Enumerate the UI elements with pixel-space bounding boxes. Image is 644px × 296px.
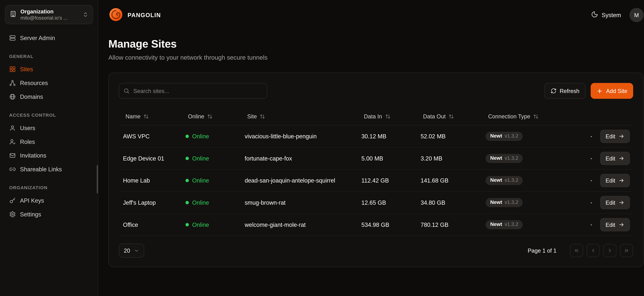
- connection-type-badge: Newt v1.3.2: [486, 198, 523, 207]
- table-row: Edge Device 01 Online fortunate-cape-fox…: [119, 148, 633, 170]
- sidebar-item-api-keys[interactable]: API Keys: [5, 194, 93, 207]
- sidebar-item-label: Roles: [20, 138, 35, 145]
- table-row: AWS VPC Online vivacious-little-blue-pen…: [119, 126, 633, 148]
- prev-page-button[interactable]: [586, 244, 600, 257]
- chevron-down-icon: [134, 248, 139, 253]
- sites-card: Refresh Add Site Name Online: [108, 72, 644, 267]
- page-size-select[interactable]: 20: [119, 244, 144, 258]
- sidebar-item-settings[interactable]: Settings: [5, 207, 93, 221]
- avatar[interactable]: M: [630, 8, 644, 22]
- sidebar-item-shareable-links[interactable]: Shareable Links: [5, 162, 93, 176]
- sort-icon: [385, 114, 390, 119]
- row-edit-button[interactable]: Edit: [600, 218, 630, 232]
- brand[interactable]: PANGOLIN: [108, 7, 161, 23]
- sidebar-item-label: Shareable Links: [20, 166, 62, 172]
- edit-label: Edit: [606, 200, 615, 206]
- nav-section-label-access-control: ACCESS CONTROL: [9, 112, 89, 118]
- row-more-button[interactable]: [591, 153, 594, 164]
- sidebar-item-sites[interactable]: Sites: [5, 62, 93, 76]
- column-header-data-out[interactable]: Data Out: [416, 113, 482, 120]
- status-label: Online: [192, 221, 209, 228]
- connection-type-cell: Newt v1.3.2: [482, 154, 591, 163]
- site-name-cell: Jeff's Laptop: [119, 199, 181, 206]
- sidebar-item-roles[interactable]: Roles: [5, 134, 93, 148]
- sidebar-item-label: Resources: [20, 80, 48, 86]
- online-dot: [186, 179, 189, 182]
- row-more-button[interactable]: [591, 175, 594, 186]
- connection-type-cell: Newt v1.3.2: [482, 176, 591, 185]
- sidebar-item-resources[interactable]: Resources: [5, 76, 93, 90]
- edit-label: Edit: [606, 222, 615, 228]
- row-actions-cell: Edit: [591, 130, 633, 143]
- pangolin-logo: [108, 7, 124, 23]
- row-edit-button[interactable]: Edit: [600, 152, 630, 165]
- theme-toggle-button[interactable]: System: [591, 11, 621, 19]
- next-page-button[interactable]: [603, 244, 616, 257]
- last-page-button[interactable]: [620, 244, 633, 257]
- connection-type-name: Newt: [490, 222, 502, 228]
- sidebar-item-server-admin[interactable]: Server Admin: [5, 31, 93, 44]
- connection-type-badge: Newt v1.3.2: [486, 176, 523, 185]
- online-dot: [186, 201, 189, 204]
- table-body: AWS VPC Online vivacious-little-blue-pen…: [119, 126, 633, 236]
- nav-section-label-general: GENERAL: [9, 54, 89, 59]
- row-edit-button[interactable]: Edit: [600, 174, 630, 187]
- row-more-button[interactable]: [591, 197, 594, 208]
- plus-icon: [596, 88, 603, 94]
- connection-type-name: Newt: [490, 134, 502, 139]
- org-switcher[interactable]: Organization milo@fossorial.io's ...: [5, 5, 93, 24]
- key-icon: [9, 197, 16, 204]
- add-site-button[interactable]: Add Site: [591, 83, 633, 99]
- connection-type-cell: Newt v1.3.2: [482, 132, 591, 141]
- chevron-right-icon: [607, 248, 613, 253]
- data-in-cell: 12.65 GB: [357, 199, 416, 206]
- table-toolbar: Refresh Add Site: [119, 83, 633, 99]
- sort-icon: [448, 114, 454, 119]
- chevrons-left-icon: [574, 248, 579, 253]
- table-row: Home Lab Online dead-san-joaquin-antelop…: [119, 170, 633, 192]
- table-footer: 20 Page 1 of 1: [119, 244, 633, 258]
- search-input[interactable]: [119, 83, 267, 99]
- row-more-button[interactable]: [591, 131, 594, 142]
- user-icon: [9, 124, 16, 131]
- row-edit-button[interactable]: Edit: [600, 130, 630, 143]
- sidebar-item-label: Sites: [20, 66, 33, 72]
- data-out-cell: 34.80 GB: [416, 199, 482, 206]
- sidebar-item-label: Settings: [20, 211, 41, 218]
- arrow-right-icon: [619, 178, 624, 184]
- connection-type-version: v1.3.2: [505, 178, 518, 183]
- connection-type-name: Newt: [490, 200, 502, 206]
- connection-type-cell: Newt v1.3.2: [482, 220, 591, 229]
- sidebar-item-domains[interactable]: Domains: [5, 90, 93, 104]
- sidebar-scrollbar-thumb[interactable]: [97, 165, 98, 194]
- add-site-label: Add Site: [606, 88, 627, 94]
- arrow-right-icon: [619, 156, 624, 161]
- site-name-cell: Edge Device 01: [119, 155, 181, 162]
- row-edit-button[interactable]: Edit: [600, 196, 630, 209]
- link-icon: [9, 166, 16, 172]
- row-more-button[interactable]: [591, 220, 594, 230]
- column-header-name[interactable]: Name: [119, 113, 181, 120]
- row-actions-cell: Edit: [591, 218, 633, 232]
- table-row: Jeff's Laptop Online smug-brown-rat 12.6…: [119, 192, 633, 214]
- data-in-cell: 5.00 MB: [357, 155, 416, 162]
- refresh-button[interactable]: Refresh: [544, 83, 586, 99]
- column-header-connection-type[interactable]: Connection Type: [482, 113, 591, 120]
- column-header-site[interactable]: Site: [240, 113, 357, 120]
- sidebar-item-invitations[interactable]: Invitations: [5, 148, 93, 162]
- connection-type-name: Newt: [490, 156, 502, 161]
- sidebar-item-label: Users: [20, 124, 35, 131]
- data-out-cell: 780.12 GB: [416, 221, 482, 228]
- status-cell: Online: [181, 221, 240, 228]
- column-header-data-in[interactable]: Data In: [357, 113, 416, 120]
- first-page-button[interactable]: [570, 244, 583, 257]
- online-dot: [186, 134, 189, 138]
- refresh-icon: [550, 88, 556, 94]
- ellipsis-icon: [591, 199, 592, 206]
- sidebar-item-label: Server Admin: [20, 34, 55, 41]
- column-header-online[interactable]: Online: [181, 113, 240, 120]
- sidebar-item-users[interactable]: Users: [5, 121, 93, 135]
- connection-type-version: v1.3.2: [505, 222, 518, 228]
- status-label: Online: [192, 155, 209, 162]
- chevrons-up-down-icon: [82, 12, 88, 18]
